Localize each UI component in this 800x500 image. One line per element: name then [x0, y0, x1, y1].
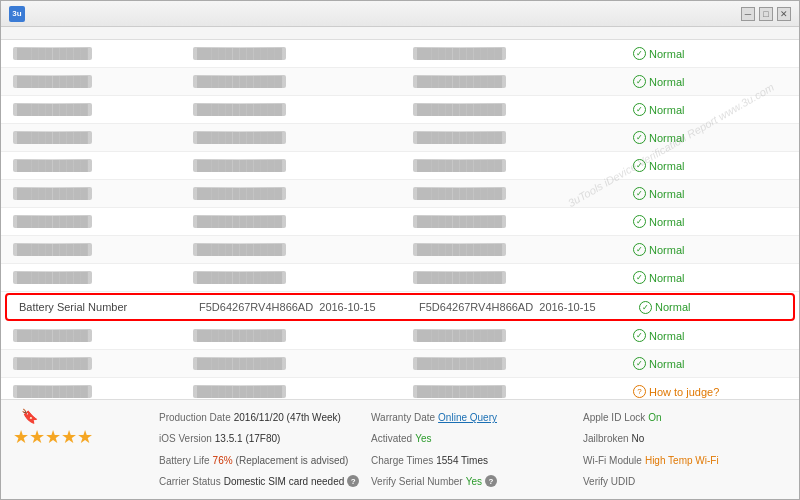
cell-result: ✓ Normal	[629, 47, 799, 60]
check-icon: ✓	[633, 271, 646, 284]
check-icon: ✓	[633, 215, 646, 228]
blurred-ex: ████████████	[193, 47, 286, 60]
cell-read-value: ████████████	[409, 357, 629, 370]
table-header	[1, 27, 799, 40]
footer-field-label: Activated	[371, 433, 412, 444]
blurred-ex: ████████████	[193, 159, 286, 172]
help-icon[interactable]: ?	[347, 475, 359, 487]
table-row: ██████████ ████████████ ████████████ ✓ N…	[1, 350, 799, 378]
cell-read-value: ████████████	[409, 187, 629, 200]
cell-read-value: ████████████	[409, 103, 629, 116]
table-row: ██████████ ████████████ ████████████ ? H…	[1, 378, 799, 399]
footer-item: iOS Version 13.5.1 (17F80)	[159, 429, 363, 448]
minimize-button[interactable]: ─	[741, 7, 755, 21]
table-row: ██████████ ████████████ ████████████ ✓ N…	[1, 96, 799, 124]
blurred-ex: ████████████	[193, 103, 286, 116]
blurred-ex: ████████████	[193, 131, 286, 144]
title-bar: 3u ─ □ ✕	[1, 1, 799, 27]
footer-item: Charge Times 1554 Times	[371, 451, 575, 470]
footer-field-label: Charge Times	[371, 455, 433, 466]
check-icon: ✓	[633, 103, 646, 116]
warn-icon: ?	[633, 385, 646, 398]
cell-ex-factory: ████████████	[189, 47, 409, 60]
check-icon: ✓	[633, 357, 646, 370]
blurred-item: ██████████	[13, 385, 92, 398]
blurred-rv: ████████████	[413, 47, 506, 60]
cell-item: ██████████	[9, 329, 189, 342]
main-window: 3u ─ □ ✕ 3uTools iDevice Verification Re…	[0, 0, 800, 500]
check-icon: ✓	[633, 243, 646, 256]
footer-item: Wi-Fi Module High Temp Wi-Fi	[583, 451, 787, 470]
blurred-item: ██████████	[13, 187, 92, 200]
footer-field-label: Carrier Status	[159, 476, 221, 487]
footer-field-label: Battery Life	[159, 455, 210, 466]
cell-item: ██████████	[9, 385, 189, 398]
footer-item: Verify UDID	[583, 472, 787, 491]
table-row: ██████████ ████████████ ████████████ ✓ N…	[1, 124, 799, 152]
cell-read-value: ████████████	[409, 159, 629, 172]
blurred-ex: ████████████	[193, 385, 286, 398]
cell-item: ██████████	[9, 187, 189, 200]
cell-item: ██████████	[9, 131, 189, 144]
footer-item: Production Date 2016/11/20 (47th Week)	[159, 408, 363, 427]
footer-item: Battery Life 76% (Replacement is advised…	[159, 451, 363, 470]
blurred-ex: ████████████	[193, 271, 286, 284]
cell-result: ✓ Normal	[629, 131, 799, 144]
maximize-button[interactable]: □	[759, 7, 773, 21]
cell-read-value: ████████████	[409, 131, 629, 144]
footer-item: Jailbroken No	[583, 429, 787, 448]
blurred-item: ██████████	[13, 159, 92, 172]
cell-read-value: ████████████	[409, 47, 629, 60]
cell-result: ✓ Normal	[629, 159, 799, 172]
blurred-rv: ████████████	[413, 159, 506, 172]
table-row: ██████████ ████████████ ████████████ ✓ N…	[1, 68, 799, 96]
blurred-rv: ████████████	[413, 75, 506, 88]
blurred-rv: ████████████	[413, 357, 506, 370]
footer-item: Activated Yes	[371, 429, 575, 448]
cell-read-value: ████████████	[409, 385, 629, 398]
check-icon: ✓	[639, 301, 652, 314]
help-icon[interactable]: ?	[485, 475, 497, 487]
footer-item: Warranty Date Online Query	[371, 408, 575, 427]
cell-item: ██████████	[9, 243, 189, 256]
blurred-item: ██████████	[13, 47, 92, 60]
blurred-item: ██████████	[13, 329, 92, 342]
blurred-ex: ████████████	[193, 215, 286, 228]
blurred-rv: ████████████	[413, 329, 506, 342]
blurred-ex: ████████████	[193, 329, 286, 342]
cell-item: ██████████	[9, 271, 189, 284]
title-bar-left: 3u	[9, 6, 31, 22]
blurred-rv: ████████████	[413, 243, 506, 256]
cell-result: ✓ Normal	[629, 329, 799, 342]
footer-field-label: Production Date	[159, 412, 231, 423]
blurred-item: ██████████	[13, 243, 92, 256]
cell-ex-factory: ████████████	[189, 103, 409, 116]
footer-field-value: Yes	[466, 476, 482, 487]
blurred-item: ██████████	[13, 215, 92, 228]
footer-field-value: 2016/11/20 (47th Week)	[234, 412, 341, 423]
table-row: ██████████ ████████████ ████████████ ✓ N…	[1, 152, 799, 180]
cell-read-value: ████████████	[409, 329, 629, 342]
cell-result: ✓ Normal	[629, 243, 799, 256]
blurred-rv: ████████████	[413, 187, 506, 200]
table-row: Battery Serial Number F5D64267RV4H866AD …	[5, 293, 795, 321]
footer-item: Carrier Status Domestic SIM card needed …	[159, 472, 363, 491]
table-row: ██████████ ████████████ ████████████ ✓ N…	[1, 208, 799, 236]
blurred-rv: ████████████	[413, 271, 506, 284]
cell-item: ██████████	[9, 47, 189, 60]
footer-field-label: Apple ID Lock	[583, 412, 645, 423]
star-rating: ★★★★★	[13, 426, 93, 448]
cell-ex-factory: F5D64267RV4H866AD 2016-10-15	[195, 301, 415, 313]
cell-read-value: ████████████	[409, 75, 629, 88]
footer-field-label: iOS Version	[159, 433, 212, 444]
cell-ex-factory: ████████████	[189, 329, 409, 342]
footer-field-label: Verify Serial Number	[371, 476, 463, 487]
table-row: ██████████ ████████████ ████████████ ✓ N…	[1, 40, 799, 68]
blurred-rv: ████████████	[413, 385, 506, 398]
blurred-ex: ████████████	[193, 357, 286, 370]
cell-ex-factory: ████████████	[189, 187, 409, 200]
footer-field-value: On	[648, 412, 661, 423]
footer-field-value[interactable]: Online Query	[438, 412, 497, 423]
footer-field-value: Domestic SIM card needed	[224, 476, 345, 487]
close-button[interactable]: ✕	[777, 7, 791, 21]
